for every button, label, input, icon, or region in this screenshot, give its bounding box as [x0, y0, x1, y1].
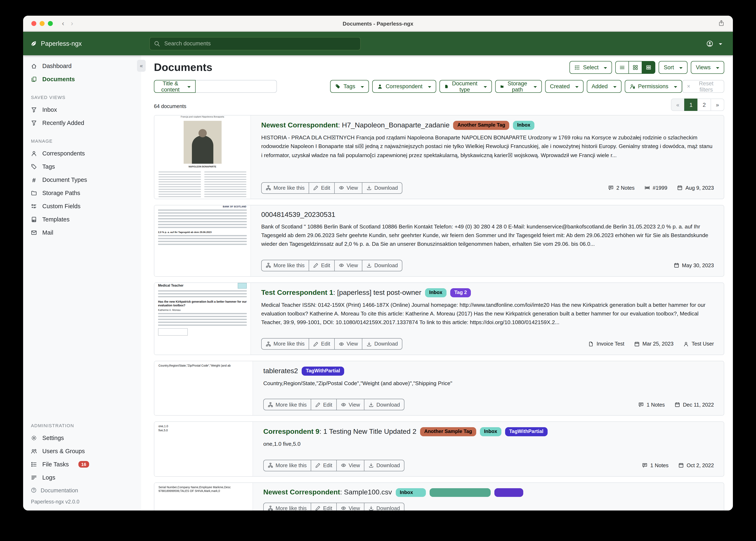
- tag-item[interactable]: [494, 488, 523, 497]
- meta-date[interactable]: Dec 11, 2022: [675, 402, 714, 408]
- document-thumbnail[interactable]: Francja pod rządami Napoleona BonapartaN…: [154, 116, 251, 199]
- meta-date[interactable]: Mar 25, 2023: [634, 341, 673, 347]
- page-button-next[interactable]: »: [711, 99, 724, 111]
- brand[interactable]: Paperless-ngx: [23, 40, 149, 47]
- more-like-this-button[interactable]: More like this: [263, 502, 311, 510]
- zoom-window-button[interactable]: [48, 21, 53, 26]
- download-button[interactable]: Download: [364, 399, 404, 410]
- more-like-this-button[interactable]: More like this: [261, 260, 309, 271]
- sidebar-item-correspondents[interactable]: Correspondents: [23, 147, 141, 160]
- meta-user[interactable]: Test User: [683, 341, 714, 347]
- download-button[interactable]: Download: [362, 182, 402, 194]
- tag-inbox[interactable]: Inbox: [513, 121, 534, 130]
- document-correspondent[interactable]: Newest Correspondent: [263, 488, 340, 496]
- meta-date[interactable]: May 30, 2023: [674, 263, 714, 269]
- edit-button[interactable]: Edit: [311, 502, 337, 510]
- tag-item[interactable]: [430, 488, 491, 497]
- back-icon[interactable]: ‹: [62, 19, 64, 28]
- sidebar-item-documents[interactable]: Documents: [23, 73, 141, 86]
- filter-created-button[interactable]: Created: [545, 80, 583, 93]
- view-button[interactable]: View: [336, 502, 365, 510]
- sidebar-item-tags[interactable]: Tags: [23, 160, 141, 173]
- select-button[interactable]: Select: [570, 61, 612, 74]
- tag-another-sample-tag[interactable]: Another Sample Tag: [453, 121, 509, 130]
- more-like-this-button[interactable]: More like this: [263, 460, 311, 471]
- tag-inbox[interactable]: Inbox: [396, 488, 426, 497]
- sort-button[interactable]: Sort: [659, 61, 688, 74]
- close-window-button[interactable]: [31, 21, 36, 26]
- documentation-link[interactable]: Documentation: [23, 484, 141, 496]
- page-button-2[interactable]: 2: [697, 99, 711, 111]
- meta-doctype[interactable]: Invoice Test: [588, 341, 624, 347]
- edit-button[interactable]: Edit: [311, 460, 337, 471]
- filter-document-type-button[interactable]: Document type: [439, 80, 492, 93]
- view-button[interactable]: View: [336, 399, 365, 410]
- page-button-1[interactable]: 1: [684, 99, 698, 111]
- user-menu[interactable]: [706, 40, 733, 47]
- sidebar-item-inbox[interactable]: Inbox: [23, 103, 141, 116]
- edit-button[interactable]: Edit: [309, 338, 335, 350]
- edit-button[interactable]: Edit: [309, 260, 335, 271]
- views-button[interactable]: Views: [691, 61, 724, 74]
- sidebar-collapse-button[interactable]: «: [137, 60, 146, 72]
- sidebar-item-document-types[interactable]: #Document Types: [23, 173, 141, 186]
- page-button-prev[interactable]: «: [671, 99, 685, 111]
- download-button[interactable]: Download: [364, 460, 404, 471]
- sidebar-item-settings[interactable]: Settings: [23, 431, 141, 444]
- reset-filters-button[interactable]: × Reset filters: [682, 80, 724, 93]
- more-like-this-button[interactable]: More like this: [263, 399, 311, 410]
- filter-added-button[interactable]: Added: [587, 80, 621, 93]
- view-toggle-list[interactable]: [615, 61, 629, 74]
- view-button[interactable]: View: [334, 182, 363, 194]
- meta-notes[interactable]: 1 Notes: [642, 462, 669, 468]
- filter-correspondent-button[interactable]: Correspondent: [372, 80, 436, 93]
- meta-date[interactable]: Aug 9, 2023: [677, 185, 714, 191]
- sidebar-item-file-tasks[interactable]: File Tasks16: [23, 458, 141, 471]
- more-like-this-button[interactable]: More like this: [261, 182, 309, 194]
- download-button[interactable]: Download: [364, 502, 404, 510]
- view-button[interactable]: View: [334, 260, 363, 271]
- download-button[interactable]: Download: [362, 260, 402, 271]
- sidebar-item-mail[interactable]: Mail: [23, 226, 141, 239]
- view-button[interactable]: View: [334, 338, 363, 350]
- filter-tags-button[interactable]: Tags: [330, 80, 369, 93]
- filter-text-input[interactable]: [196, 80, 277, 93]
- edit-button[interactable]: Edit: [311, 399, 337, 410]
- document-thumbnail[interactable]: one,1.0 five,5.0: [154, 422, 253, 476]
- sidebar-item-dashboard[interactable]: Dashboard: [23, 59, 141, 73]
- filter-permissions-button[interactable]: Permissions: [625, 80, 682, 93]
- document-thumbnail[interactable]: BANK OF SCOTLAND2,0 % p. a. auf Ihr Tage…: [154, 205, 251, 276]
- forward-icon[interactable]: ›: [71, 19, 73, 28]
- sidebar-item-users-groups[interactable]: Users & Groups: [23, 444, 141, 458]
- document-correspondent[interactable]: Newest Correspondent: [261, 121, 338, 129]
- tag-inbox[interactable]: Inbox: [425, 288, 447, 297]
- minimize-window-button[interactable]: [40, 21, 45, 26]
- view-toggle-grid[interactable]: [629, 61, 642, 74]
- search-input[interactable]: [163, 40, 356, 47]
- meta-date[interactable]: Oct 2, 2022: [678, 462, 714, 468]
- sidebar-item-storage-paths[interactable]: Storage Paths: [23, 186, 141, 200]
- tag-tagwithpartial[interactable]: TagWithPartial: [302, 366, 344, 376]
- sidebar-item-templates[interactable]: Templates: [23, 213, 141, 226]
- tag-inbox[interactable]: Inbox: [480, 427, 501, 436]
- more-like-this-button[interactable]: More like this: [261, 338, 309, 350]
- document-correspondent[interactable]: Correspondent 9: [263, 428, 319, 435]
- tag-another-sample-tag[interactable]: Another Sample Tag: [420, 427, 476, 436]
- edit-button[interactable]: Edit: [309, 182, 335, 194]
- tag-tag-2[interactable]: Tag 2: [450, 288, 471, 297]
- meta-notes[interactable]: 2 Notes: [608, 185, 635, 191]
- document-correspondent[interactable]: Test Correspondent 1: [261, 288, 333, 296]
- filter-field-selector[interactable]: Title & content: [154, 80, 196, 93]
- view-toggle-details[interactable]: [642, 61, 656, 74]
- tag-tagwithpartial[interactable]: TagWithPartial: [505, 427, 548, 436]
- meta-notes[interactable]: 1 Notes: [638, 402, 665, 408]
- filter-storage-path-button[interactable]: Storage path: [495, 80, 542, 93]
- share-icon[interactable]: [718, 20, 725, 26]
- document-thumbnail[interactable]: Medical TeacherHas the new Kirkpatrick g…: [154, 283, 251, 355]
- meta-asn[interactable]: #1999: [645, 185, 667, 191]
- sidebar-item-custom-fields[interactable]: Custom Fields: [23, 200, 141, 213]
- document-thumbnail[interactable]: Country,Region/State,"Zip/Postal Code","…: [154, 361, 253, 415]
- view-button[interactable]: View: [336, 460, 365, 471]
- sidebar-item-logs[interactable]: Logs: [23, 471, 141, 484]
- download-button[interactable]: Download: [362, 338, 402, 350]
